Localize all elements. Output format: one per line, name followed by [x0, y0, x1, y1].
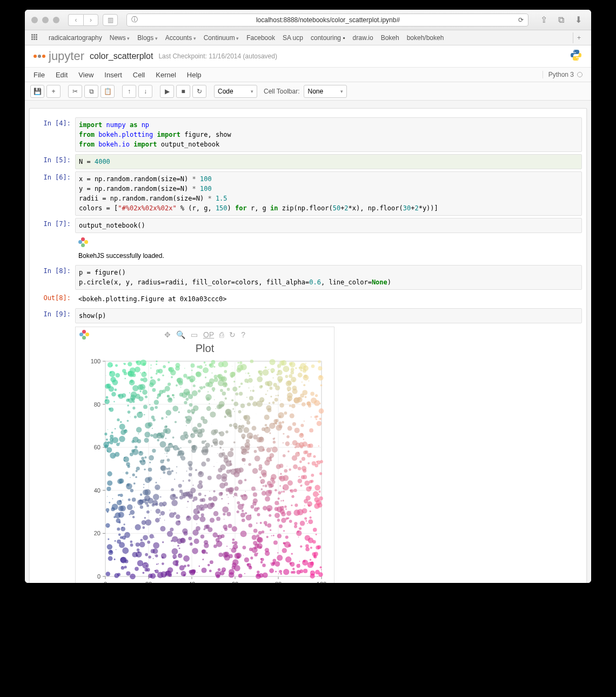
- reset-tool-icon[interactable]: ↻: [229, 330, 236, 339]
- notebook-area[interactable]: In [4]: import numpy as np from bokeh.pl…: [25, 101, 591, 583]
- menu-kernel[interactable]: Kernel: [156, 71, 176, 79]
- bookmark-item[interactable]: Facebook: [246, 34, 275, 42]
- in-prompt: In [9]:: [34, 308, 75, 323]
- scatter-plot-canvas[interactable]: 020406080100020406080100: [81, 357, 329, 583]
- svg-point-1394: [223, 455, 228, 460]
- code-cell[interactable]: In [6]: x = np.random.random(size=N) * 1…: [34, 171, 582, 216]
- bookmark-item[interactable]: News: [110, 34, 130, 42]
- code-cell[interactable]: In [4]: import numpy as np from bokeh.pl…: [34, 117, 582, 152]
- bookmark-item[interactable]: SA ucp: [283, 34, 303, 42]
- minimize-window-icon[interactable]: [42, 17, 49, 23]
- checkpoint-text: Last Checkpoint: 11/16/2014 (autosaved): [158, 52, 277, 60]
- svg-point-538: [309, 516, 311, 519]
- celltype-select[interactable]: Code: [214, 85, 257, 98]
- menu-edit[interactable]: Edit: [56, 71, 68, 79]
- svg-point-1276: [230, 448, 233, 451]
- svg-point-1259: [139, 412, 140, 414]
- svg-point-1395: [308, 505, 310, 507]
- apps-grid-icon[interactable]: [31, 34, 39, 42]
- bookmark-item[interactable]: draw.io: [353, 34, 373, 42]
- restart-button[interactable]: ↻: [192, 85, 206, 98]
- code-cell[interactable]: In [9]: show(p): [34, 308, 582, 323]
- svg-point-1102: [251, 487, 256, 491]
- jupyter-logo[interactable]: jupyter: [34, 49, 84, 63]
- bookmark-item[interactable]: Accounts: [165, 34, 196, 42]
- svg-point-990: [238, 504, 244, 510]
- code-input[interactable]: import numpy as np from bokeh.plotting i…: [75, 117, 582, 152]
- notebook-title[interactable]: color_scatterplot: [90, 51, 153, 61]
- svg-point-1438: [314, 552, 318, 556]
- sidebar-toggle-icon[interactable]: ▥: [103, 14, 118, 26]
- code-input[interactable]: show(p): [75, 308, 582, 323]
- save-tool-icon[interactable]: ⎙: [219, 330, 224, 339]
- menu-cell[interactable]: Cell: [133, 71, 145, 79]
- bookmark-item[interactable]: radicalcartography: [49, 34, 102, 42]
- paste-button[interactable]: 📋: [101, 85, 115, 98]
- zoom-tool-icon[interactable]: 🔍: [176, 330, 185, 339]
- code-input[interactable]: N = 4000: [75, 154, 582, 169]
- celltoolbar-select[interactable]: None: [304, 85, 347, 98]
- svg-point-154: [166, 453, 168, 454]
- save-button[interactable]: 💾: [30, 85, 44, 98]
- svg-point-921: [252, 426, 257, 431]
- svg-point-816: [290, 371, 294, 375]
- svg-point-681: [232, 408, 234, 410]
- svg-point-964: [209, 491, 210, 492]
- svg-point-658: [151, 549, 155, 553]
- back-button[interactable]: ‹: [68, 14, 83, 26]
- add-cell-button[interactable]: +: [46, 85, 61, 98]
- wheelzoom-tool-icon[interactable]: OP: [203, 330, 214, 339]
- info-icon[interactable]: ⓘ: [131, 15, 138, 24]
- svg-point-537: [133, 482, 136, 484]
- code-input[interactable]: x = np.random.random(size=N) * 100 y = n…: [75, 171, 582, 216]
- code-cell[interactable]: In [7]: output_notebook(): [34, 218, 582, 233]
- svg-point-727: [176, 466, 177, 467]
- move-up-button[interactable]: ↑: [122, 85, 136, 98]
- pan-tool-icon[interactable]: ✥: [164, 330, 171, 339]
- svg-point-1433: [300, 369, 303, 371]
- menu-help[interactable]: Help: [187, 71, 202, 79]
- svg-point-1334: [244, 464, 245, 464]
- menu-file[interactable]: File: [34, 71, 45, 79]
- url-bar[interactable]: ⓘ localhost:8888/notebooks/color_scatter…: [126, 14, 528, 26]
- svg-point-1011: [261, 488, 263, 490]
- run-button[interactable]: ▶: [160, 85, 174, 98]
- close-window-icon[interactable]: [31, 17, 38, 23]
- bookmark-item[interactable]: Bokeh: [381, 34, 399, 42]
- help-tool-icon[interactable]: ?: [241, 330, 245, 339]
- svg-point-1358: [237, 547, 238, 548]
- reload-icon[interactable]: ⟳: [518, 16, 524, 24]
- forward-button[interactable]: ›: [83, 14, 98, 26]
- zoom-window-icon[interactable]: [53, 17, 59, 23]
- cut-button[interactable]: ✂: [68, 85, 82, 98]
- new-tab-button[interactable]: +: [573, 32, 585, 43]
- bookmark-item[interactable]: bokeh/bokeh: [407, 34, 444, 42]
- svg-point-1091: [299, 367, 302, 370]
- svg-point-1223: [202, 446, 209, 453]
- svg-point-369: [198, 390, 200, 393]
- move-down-button[interactable]: ↓: [138, 85, 152, 98]
- bookmark-item[interactable]: contouring ▪: [311, 34, 345, 42]
- menu-insert[interactable]: Insert: [104, 71, 122, 79]
- svg-point-1235: [253, 435, 258, 440]
- code-input[interactable]: p = figure() p.circle(x, y, radius=radii…: [75, 265, 582, 290]
- svg-point-1024: [128, 398, 133, 403]
- share-icon[interactable]: ⇪: [537, 15, 550, 25]
- svg-point-44: [298, 536, 299, 537]
- svg-point-933: [243, 546, 246, 549]
- code-cell[interactable]: In [5]: N = 4000: [34, 154, 582, 169]
- svg-point-510: [270, 396, 272, 397]
- code-cell[interactable]: In [8]: p = figure() p.circle(x, y, radi…: [34, 265, 582, 290]
- svg-point-1200: [192, 529, 198, 535]
- bokeh-plot[interactable]: ✥ 🔍 ▭ OP ⎙ ↻ ? Plot 02040608010002040608…: [75, 327, 334, 583]
- boxzoom-tool-icon[interactable]: ▭: [191, 330, 198, 339]
- copy-button[interactable]: ⧉: [84, 85, 98, 98]
- stop-button[interactable]: ■: [176, 85, 190, 98]
- code-input[interactable]: output_notebook(): [75, 218, 582, 233]
- tabs-icon[interactable]: ⧉: [554, 15, 567, 25]
- bookmark-item[interactable]: Continuum: [204, 34, 239, 42]
- menu-view[interactable]: View: [78, 71, 93, 79]
- downloads-icon[interactable]: ⬇: [572, 15, 585, 25]
- bookmark-item[interactable]: Blogs: [137, 34, 158, 42]
- svg-point-0: [574, 50, 575, 51]
